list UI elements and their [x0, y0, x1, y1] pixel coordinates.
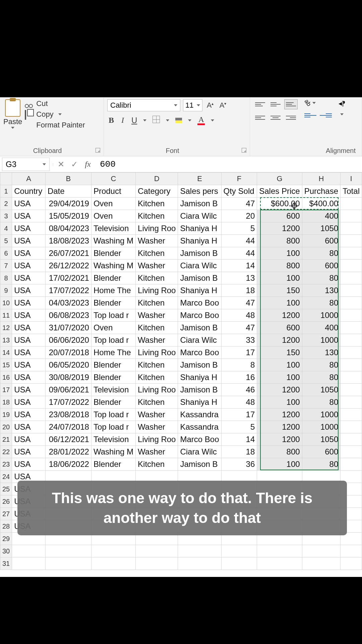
cell[interactable]: 100 [257, 359, 302, 371]
select-all-corner[interactable] [0, 173, 12, 185]
cell[interactable]: Ciara Wilc [178, 334, 221, 346]
cell[interactable]: 44 [221, 235, 257, 247]
cell[interactable]: Shaniya H [178, 222, 221, 235]
cell[interactable]: 16 [221, 371, 257, 384]
cell[interactable]: $600.00 [257, 198, 302, 210]
row-header[interactable]: 24 [0, 471, 12, 483]
cell[interactable]: Shaniya H [178, 235, 221, 247]
cell[interactable] [45, 557, 91, 570]
cell[interactable]: 600 [257, 210, 302, 222]
cell[interactable]: USA [12, 235, 46, 247]
row-header[interactable]: 22 [0, 446, 12, 458]
paste-button[interactable]: Paste [3, 99, 22, 129]
cell[interactable]: 600 [302, 446, 341, 458]
cell[interactable]: 17/07/2022 [45, 396, 91, 409]
cell[interactable]: 47 [221, 297, 257, 309]
cell[interactable] [341, 359, 362, 371]
cell[interactable] [136, 557, 178, 570]
row-header[interactable]: 21 [0, 433, 12, 446]
cell[interactable] [341, 334, 362, 346]
row-header[interactable]: 13 [0, 334, 12, 346]
cell[interactable]: 80 [302, 247, 341, 260]
cell[interactable]: 1200 [257, 222, 302, 235]
enter-formula-button[interactable]: ✓ [68, 160, 81, 169]
header-cell[interactable]: Purchase [302, 185, 341, 198]
cell[interactable]: Jamison B [178, 247, 221, 260]
cell[interactable]: Blender [91, 371, 135, 384]
row-header[interactable]: 11 [0, 309, 12, 322]
row-header[interactable]: 8 [0, 272, 12, 284]
cell[interactable]: 48 [221, 396, 257, 409]
cell[interactable] [341, 409, 362, 421]
cell[interactable]: Kitchen [136, 297, 178, 309]
column-header-B[interactable]: B [45, 173, 91, 185]
cell[interactable]: Oven [91, 322, 135, 334]
cell[interactable]: 47 [221, 322, 257, 334]
cell[interactable]: 06/05/2020 [45, 359, 91, 371]
cell[interactable]: 1000 [302, 421, 341, 433]
cell[interactable]: 17/07/2022 [45, 284, 91, 297]
formula-value[interactable]: 600 [95, 159, 362, 169]
font-name-select[interactable]: Calibri [107, 99, 180, 111]
cell[interactable]: USA [12, 322, 46, 334]
header-cell[interactable]: Product [91, 185, 135, 198]
cell[interactable]: 5 [221, 421, 257, 433]
cell[interactable]: 31/07/2020 [45, 322, 91, 334]
cell[interactable] [341, 297, 362, 309]
cell[interactable]: 5 [221, 222, 257, 235]
header-cell[interactable]: Sales Price [257, 185, 302, 198]
cell[interactable]: 24/07/2018 [45, 421, 91, 433]
cell[interactable]: Top load r [91, 309, 135, 322]
row-header[interactable]: 20 [0, 421, 12, 433]
cell[interactable]: Television [91, 222, 135, 235]
column-header-E[interactable]: E [178, 173, 221, 185]
row-header[interactable]: 16 [0, 371, 12, 384]
cell[interactable]: USA [12, 458, 46, 471]
cell[interactable]: Marco Boo [178, 433, 221, 446]
cell[interactable]: Washer [136, 334, 178, 346]
cell[interactable]: Television [91, 384, 135, 396]
chevron-down-icon[interactable] [188, 119, 191, 121]
cut-button[interactable]: Cut [25, 99, 85, 108]
cell[interactable]: USA [12, 396, 46, 409]
cell[interactable] [257, 545, 302, 557]
cell[interactable] [341, 222, 362, 235]
row-header[interactable]: 12 [0, 322, 12, 334]
cell[interactable]: 1050 [302, 433, 341, 446]
cell[interactable]: 1000 [302, 309, 341, 322]
cell[interactable]: 1050 [302, 384, 341, 396]
cell[interactable]: Jamison B [178, 322, 221, 334]
row-header[interactable]: 29 [0, 533, 12, 545]
cell[interactable]: Kitchen [136, 322, 178, 334]
row-header[interactable]: 31 [0, 557, 12, 570]
cell[interactable]: Washer [136, 260, 178, 272]
cell[interactable]: 1200 [257, 334, 302, 346]
cell[interactable] [341, 446, 362, 458]
cell[interactable]: Marco Boo [178, 297, 221, 309]
align-bottom-button[interactable] [284, 99, 298, 109]
cell[interactable] [91, 557, 135, 570]
cell[interactable]: 1200 [257, 409, 302, 421]
cell[interactable]: USA [12, 309, 46, 322]
cell[interactable]: 100 [257, 396, 302, 409]
cell[interactable] [341, 433, 362, 446]
cell[interactable]: Home The [91, 346, 135, 359]
column-header-G[interactable]: G [257, 173, 302, 185]
cell[interactable]: 80 [302, 371, 341, 384]
cell[interactable]: Kassandra [178, 421, 221, 433]
cell[interactable]: Ciara Wilc [178, 446, 221, 458]
cell[interactable]: 04/03/2023 [45, 297, 91, 309]
cell[interactable]: 18 [221, 446, 257, 458]
cell[interactable]: 8 [221, 359, 257, 371]
font-color-button[interactable]: A [196, 115, 206, 126]
cell[interactable]: 1200 [257, 309, 302, 322]
align-middle-button[interactable] [269, 99, 282, 109]
column-header-A[interactable]: A [12, 173, 46, 185]
row-header[interactable]: 9 [0, 284, 12, 297]
cell[interactable]: 130 [302, 284, 341, 297]
cell[interactable]: 44 [221, 247, 257, 260]
cell[interactable]: Top load r [91, 421, 135, 433]
cell[interactable]: USA [12, 297, 46, 309]
cell[interactable]: 600 [257, 322, 302, 334]
row-header[interactable]: 26 [0, 495, 12, 508]
